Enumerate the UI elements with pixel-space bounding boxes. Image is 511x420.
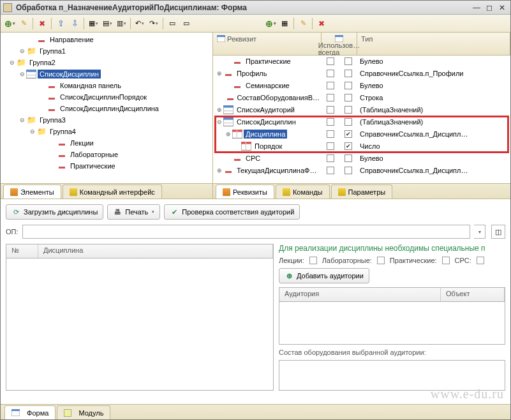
lectures-checkbox[interactable] xyxy=(309,257,317,264)
col-object[interactable]: Объект xyxy=(441,288,505,301)
use-checkbox[interactable] xyxy=(327,118,334,126)
grid-row[interactable]: ⊖ СписокДисциплин (ТаблицаЗначений) xyxy=(213,116,510,128)
edit-button[interactable]: ✎ xyxy=(17,17,30,30)
layout-button-3[interactable]: ▥▾ xyxy=(115,17,128,30)
load-disciplines-button[interactable]: ⟳Загрузить дисциплины xyxy=(6,204,103,220)
use-checkbox[interactable] xyxy=(327,106,334,114)
layout-button-2[interactable]: ▤▾ xyxy=(101,17,114,30)
always-checkbox[interactable] xyxy=(344,167,352,174)
always-checkbox[interactable] xyxy=(344,94,352,101)
col-discipline[interactable]: Дисциплина xyxy=(38,244,273,258)
grid-row[interactable]: ⊕ ▬ Профиль СправочникСсылка.п_Профили xyxy=(213,68,510,80)
op-input[interactable] xyxy=(22,225,470,239)
print-button[interactable]: 🖶Печать▾ xyxy=(107,204,160,220)
always-checkbox[interactable]: ✔ xyxy=(344,142,352,150)
add-rooms-button[interactable]: ⊕Добавить аудитории xyxy=(279,268,369,283)
always-checkbox[interactable] xyxy=(344,70,352,77)
col-room[interactable]: Аудитория xyxy=(279,288,441,301)
use-checkbox[interactable] xyxy=(327,154,334,162)
tree-row[interactable]: ⊖ СписокДисциплин xyxy=(1,68,212,80)
tree-toggle[interactable]: ⊖ xyxy=(8,59,16,66)
tree-row[interactable]: ⊖ 📁 Группа3 xyxy=(1,114,212,126)
grid-row[interactable]: ⊕ ▬ ТекущаяДисциплинаФ… СправочникСсылка… xyxy=(213,165,510,177)
always-checkbox[interactable] xyxy=(344,82,352,89)
elements-tree[interactable]: ▬ Направление ⊖ 📁 Группа1 ⊖ 📁 Группа2 ⊖ … xyxy=(1,33,212,183)
tree-toggle[interactable]: ⊖ xyxy=(19,117,26,123)
minimize-button[interactable]: — xyxy=(471,3,482,12)
tree-row[interactable]: ⊖ 📁 Группа2 xyxy=(1,57,212,68)
col-use-always[interactable]: Использов… всегда xyxy=(322,33,357,55)
add-attr-button[interactable]: ⊕▾ xyxy=(264,17,277,30)
grid-row[interactable]: ▬ СоставОборудованияВ… Строка xyxy=(213,92,510,104)
always-checkbox[interactable]: ✔ xyxy=(344,130,352,138)
grid-row[interactable]: ⊕ Дисциплина ✔ СправочникСсылка.п_Дисцип… xyxy=(213,128,510,140)
redo-button[interactable]: ↷▾ xyxy=(147,17,160,30)
srs-checkbox[interactable] xyxy=(477,257,484,264)
add-button[interactable]: ⊕▾ xyxy=(3,17,16,30)
tree-row[interactable]: ▬ Лекции xyxy=(1,137,212,149)
tab-attributes[interactable]: Реквизиты xyxy=(216,184,274,199)
add-col-button[interactable]: ▦ xyxy=(278,17,291,30)
tool-button-1[interactable]: ▭ xyxy=(166,17,179,30)
tool-button-2[interactable]: ▭ xyxy=(180,17,193,30)
row-toggle[interactable]: ⊖ xyxy=(216,119,223,125)
col-number[interactable]: № xyxy=(6,244,38,258)
tree-toggle[interactable]: ⊖ xyxy=(19,48,26,54)
use-checkbox[interactable] xyxy=(327,57,334,65)
tree-toggle[interactable]: ⊖ xyxy=(19,71,26,77)
practical-checkbox[interactable] xyxy=(442,257,450,264)
tab-module[interactable]: Модуль xyxy=(57,405,110,419)
always-checkbox[interactable] xyxy=(344,57,352,65)
tree-row[interactable]: ⊖ 📁 Группа4 xyxy=(1,126,212,137)
grid-row[interactable]: ▬ Практические Булево xyxy=(213,56,510,68)
tree-row[interactable]: ▬ Практические xyxy=(1,160,212,172)
use-checkbox[interactable] xyxy=(327,142,334,150)
tree-row[interactable]: ▬ СписокДисциплинПорядок xyxy=(1,91,212,103)
grid-row[interactable]: ▬ СРС Булево xyxy=(213,153,510,165)
row-toggle[interactable]: ⊕ xyxy=(216,70,223,77)
grid-row[interactable]: ⊕ СписокАудиторий (ТаблицаЗначений) xyxy=(213,104,510,116)
move-down-button[interactable]: ⇩ xyxy=(68,17,81,30)
tab-command-interface[interactable]: Командный интерфейс xyxy=(63,184,162,199)
delete-button[interactable]: ✖ xyxy=(36,17,48,30)
delete-attr-button[interactable]: ✖ xyxy=(315,17,328,30)
tab-elements[interactable]: Элементы xyxy=(3,184,61,199)
col-type[interactable]: Тип xyxy=(357,33,510,55)
undo-button[interactable]: ↶▾ xyxy=(133,17,146,30)
always-checkbox[interactable] xyxy=(344,118,352,126)
tab-parameters[interactable]: Параметры xyxy=(331,184,393,199)
use-checkbox[interactable] xyxy=(327,130,334,138)
tab-form[interactable]: Форма xyxy=(4,405,56,419)
edit-attr-button[interactable]: ✎ xyxy=(297,17,309,30)
use-checkbox[interactable] xyxy=(327,70,334,77)
use-checkbox[interactable] xyxy=(327,82,334,89)
use-checkbox[interactable] xyxy=(327,167,334,174)
tab-commands[interactable]: Команды xyxy=(276,184,330,199)
col-attribute[interactable]: Реквизит xyxy=(213,33,322,55)
op-external-button[interactable]: ◫ xyxy=(491,225,505,239)
maximize-button[interactable]: ◻ xyxy=(484,3,495,12)
equipment-box[interactable] xyxy=(279,360,505,391)
labs-checkbox[interactable] xyxy=(377,257,385,264)
tree-row[interactable]: ▬ Направление xyxy=(1,34,212,45)
grid-row[interactable]: Порядок ✔ Число xyxy=(213,140,510,153)
op-dropdown[interactable]: ▾ xyxy=(474,225,485,239)
tree-row[interactable]: ⊖ 📁 Группа1 xyxy=(1,45,212,57)
row-toggle[interactable]: ⊕ xyxy=(216,107,223,113)
grid-row[interactable]: ▬ Семинарские Булево xyxy=(213,80,510,92)
use-checkbox[interactable] xyxy=(327,94,334,101)
always-checkbox[interactable] xyxy=(344,154,352,162)
disciplines-table[interactable]: № Дисциплина xyxy=(6,244,274,391)
always-checkbox[interactable] xyxy=(344,106,352,114)
rooms-table[interactable]: Аудитория Объект xyxy=(279,287,505,345)
close-button[interactable]: ✕ xyxy=(496,3,508,12)
row-toggle[interactable]: ⊕ xyxy=(225,131,232,137)
tree-row[interactable]: ▬ СписокДисциплинДисциплина xyxy=(1,103,212,114)
tree-row[interactable]: ▬ Командная панель xyxy=(1,80,212,91)
layout-button-1[interactable]: ▦▾ xyxy=(87,17,100,30)
row-toggle[interactable]: ⊕ xyxy=(216,167,223,174)
check-rooms-button[interactable]: ✔Проверка соответствия аудиторий xyxy=(164,204,300,220)
tree-row[interactable]: ▬ Лабораторные xyxy=(1,149,212,160)
tree-toggle[interactable]: ⊖ xyxy=(29,128,36,135)
attr-grid[interactable]: ▬ Практические Булево ⊕ ▬ Профиль Справо… xyxy=(213,56,510,183)
